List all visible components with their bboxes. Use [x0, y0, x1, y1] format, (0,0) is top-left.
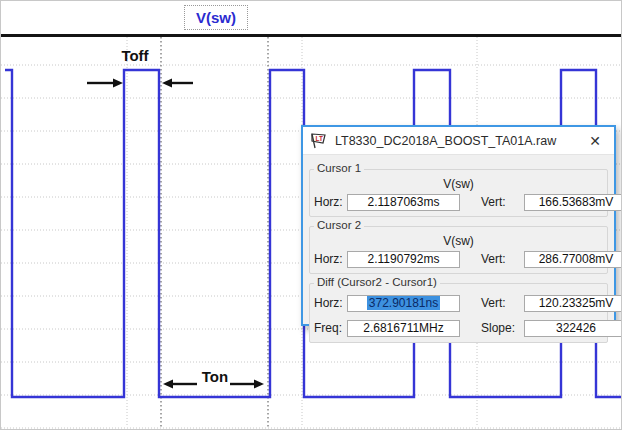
- cursor1-group: Cursor 1 V(sw) Horz: 2.1187063ms Vert: 1…: [309, 169, 608, 217]
- cursor1-horz-label: Horz:: [314, 195, 347, 209]
- cursor1-group-label: Cursor 1: [314, 162, 364, 174]
- cursor2-vert-value[interactable]: 286.77008mV: [524, 251, 622, 268]
- cursor2-group-label: Cursor 2: [314, 219, 364, 231]
- diff-vert-label: Vert:: [481, 296, 524, 310]
- svg-text:LT: LT: [316, 135, 323, 142]
- diff-vert-text: 120.23325mV: [539, 296, 614, 310]
- cursor1-horz-text: 2.1187063ms: [368, 195, 440, 209]
- dialog-titlebar[interactable]: LT LT8330_DC2018A_BOOST_TA01A.raw ✕: [303, 127, 614, 155]
- dialog-body: Cursor 1 V(sw) Horz: 2.1187063ms Vert: 1…: [303, 155, 614, 343]
- diff-slope-label: Slope:: [481, 321, 524, 335]
- cursor2-horz-text: 2.1190792ms: [368, 252, 440, 266]
- cursor2-horz-label: Horz:: [314, 252, 347, 266]
- ton-annotation: Ton: [187, 368, 243, 385]
- cursor2-horz-value[interactable]: 2.1190792ms: [347, 251, 460, 268]
- diff-slope-text: 322426: [556, 321, 596, 335]
- cursor2-group: Cursor 2 V(sw) Horz: 2.1190792ms Vert: 2…: [309, 226, 608, 274]
- diff-freq-value[interactable]: 2.6816711MHz: [347, 320, 460, 337]
- cursor1-trace-name: V(sw): [314, 177, 603, 192]
- diff-vert-value[interactable]: 120.23325mV: [524, 295, 622, 312]
- annotation-arrow-head: [254, 380, 264, 389]
- cursor2-trace-name: V(sw): [314, 234, 603, 249]
- cursor2-vert-label: Vert:: [481, 252, 524, 266]
- annotation-arrow-head: [113, 79, 123, 88]
- ltspice-waveform-window: V(sw) Toff Ton LT LT8330_DC2018A_BOOST_T…: [0, 0, 622, 430]
- close-icon[interactable]: ✕: [582, 130, 608, 152]
- diff-horz-text: 372.90181ns: [367, 296, 440, 310]
- cursor1-horz-value[interactable]: 2.1187063ms: [347, 194, 460, 211]
- diff-horz-label: Horz:: [314, 296, 347, 310]
- cursor1-vert-text: 166.53683mV: [539, 195, 614, 209]
- diff-freq-label: Freq:: [314, 321, 347, 335]
- cursor-dialog[interactable]: LT LT8330_DC2018A_BOOST_TA01A.raw ✕ Curs…: [301, 125, 616, 326]
- ltspice-flag-icon: LT: [310, 132, 327, 149]
- diff-group: Diff (Cursor2 - Cursor1) Horz: 372.90181…: [309, 283, 608, 343]
- diff-slope-value[interactable]: 322426: [524, 320, 622, 337]
- cursor2-vert-text: 286.77008mV: [539, 252, 614, 266]
- diff-freq-text: 2.6816711MHz: [363, 321, 444, 335]
- annotation-arrow-head: [162, 79, 172, 88]
- cursor1-vert-label: Vert:: [481, 195, 524, 209]
- diff-horz-value[interactable]: 372.90181ns: [347, 295, 460, 312]
- dialog-title: LT8330_DC2018A_BOOST_TA01A.raw: [335, 134, 582, 148]
- annotation-arrow-head: [163, 380, 173, 389]
- toff-annotation: Toff: [107, 47, 163, 64]
- diff-group-label: Diff (Cursor2 - Cursor1): [314, 276, 440, 288]
- cursor1-vert-value[interactable]: 166.53683mV: [524, 194, 622, 211]
